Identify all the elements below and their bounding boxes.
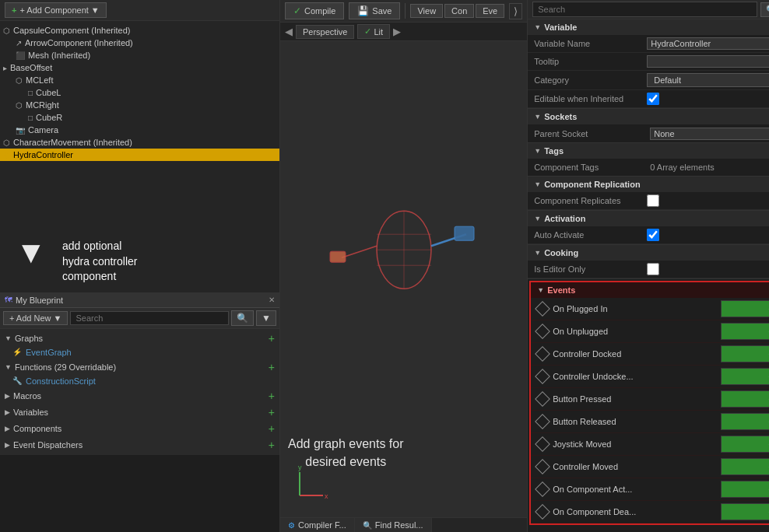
event-add-button-controller_moved[interactable]: +: [721, 458, 769, 475]
tree-item-5[interactable]: ⬡MCLeft: [0, 74, 279, 86]
triangle-icon: ▶: [5, 408, 10, 416]
bottom-tab-0[interactable]: ⚙Compiler F...: [280, 518, 355, 532]
tree-item-6[interactable]: □CubeL: [0, 86, 279, 99]
3d-mesh: [326, 203, 482, 330]
bp-section-header-event_dispatchers[interactable]: ▶Event Dispatchers+: [0, 437, 279, 453]
eve-tab-button[interactable]: Eve: [476, 4, 504, 18]
auto-activate-checkbox[interactable]: [647, 229, 659, 241]
variable-name-label: Variable Name: [534, 39, 647, 48]
bp-section-header-macros[interactable]: ▶Macros+: [0, 388, 279, 404]
bp-item-constructionscript[interactable]: 🔧ConstructionScript: [0, 375, 279, 387]
component-replication-section: ▼ Component Replication Component Replic…: [528, 177, 769, 211]
tree-item-4[interactable]: ▸BaseOffset: [0, 61, 279, 74]
tree-item-8[interactable]: □CubeR: [0, 111, 279, 124]
bp-section-label: Event Dispatchers: [13, 440, 83, 450]
category-row: Category Default: [528, 71, 769, 90]
event-diamond-icon: [535, 301, 550, 317]
sockets-section-header[interactable]: ▼ Sockets: [528, 109, 769, 124]
event-add-button-controller_docked[interactable]: +: [721, 345, 769, 362]
socket-input[interactable]: [650, 128, 769, 140]
event-add-button-joystick_moved[interactable]: +: [721, 436, 769, 453]
add-new-button[interactable]: + Add New ▼: [3, 311, 68, 325]
tree-item-label: CharacterMovement (Inherited): [13, 138, 132, 147]
toolbar-divider: [405, 3, 406, 19]
tree-item-2[interactable]: ↗ArrowComponent (Inherited): [0, 37, 279, 49]
event-name-button_pressed: Button Pressed: [553, 394, 716, 404]
bp-section-header-variables[interactable]: ▶Variables+: [0, 404, 279, 420]
category-select[interactable]: Default: [647, 73, 769, 87]
blueprint-search-input[interactable]: [70, 311, 229, 325]
sockets-section: ▼ Sockets Parent Socket 🔍 ✕: [528, 109, 769, 143]
tree-item-11[interactable]: ⚙HydraController: [0, 149, 279, 161]
event-add-button-button_released[interactable]: +: [721, 413, 769, 430]
tree-item-label: HydraController: [13, 150, 73, 159]
tree-item-icon: ⬛: [16, 51, 25, 60]
bp-section-add-button[interactable]: +: [269, 390, 275, 402]
bp-section-header-components[interactable]: ▶Components+: [0, 421, 279, 436]
tags-section-header[interactable]: ▼ Tags: [528, 143, 769, 159]
tree-item-3[interactable]: ⬛Mesh (Inherited): [0, 49, 279, 61]
bp-section-header-functions[interactable]: ▼Functions (29 Overridable)+: [0, 359, 279, 375]
event-add-button-on_component_deactivated[interactable]: +: [721, 503, 769, 520]
bp-section-add-button[interactable]: +: [269, 406, 275, 418]
blueprint-settings-button[interactable]: ▼: [256, 310, 276, 326]
tooltip-input[interactable]: [647, 55, 769, 68]
add-component-button[interactable]: + + Add Component ▼: [5, 2, 107, 18]
replication-checkbox[interactable]: [647, 194, 659, 207]
axis-indicator: x y: [292, 464, 331, 506]
bp-section-add-button[interactable]: +: [269, 361, 275, 373]
editable-checkbox[interactable]: [647, 93, 659, 105]
collapse-button[interactable]: ⟩: [509, 3, 522, 19]
event-row-on_unplugged: On Unplugged+: [531, 320, 769, 343]
tree-item-10[interactable]: ⬡CharacterMovement (Inherited): [0, 136, 279, 149]
variable-name-input[interactable]: [647, 37, 769, 50]
tree-item-icon: □: [28, 114, 33, 122]
tree-item-label: BaseOffset: [10, 63, 52, 72]
cooking-section-header[interactable]: ▼ Cooking: [528, 245, 769, 261]
blueprint-search-icon-button[interactable]: 🔍: [231, 310, 254, 326]
save-button[interactable]: 💾 Save: [349, 2, 400, 19]
editor-only-checkbox[interactable]: [647, 263, 659, 275]
variable-section-header[interactable]: ▼ Variable: [528, 19, 769, 35]
con-tab-button[interactable]: Con: [444, 4, 474, 18]
triangle-icon: ▶: [5, 392, 10, 400]
search-icon-button[interactable]: 🔍: [760, 2, 769, 17]
tree-item-1[interactable]: ⬡CapsuleComponent (Inherited): [0, 24, 279, 37]
viewport-right-collapse-button[interactable]: ▶: [393, 26, 401, 37]
perspective-button[interactable]: Perspective: [296, 25, 354, 39]
bottom-tab-1[interactable]: 🔍Find Resul...: [355, 518, 432, 532]
lit-button[interactable]: ✓ Lit: [357, 24, 390, 39]
bp-section-add-button[interactable]: +: [269, 332, 275, 345]
bp-section-header-graphs[interactable]: ▼Graphs+: [0, 331, 279, 346]
tree-item-7[interactable]: ⬡MCRight: [0, 99, 279, 111]
tree-item-icon: ▸: [3, 64, 7, 72]
center-toolbar: ✓ Compile 💾 Save View Con Eve ⟩: [280, 0, 527, 23]
activation-section-header[interactable]: ▼ Activation: [528, 211, 769, 226]
bp-section-add-button[interactable]: +: [269, 422, 275, 435]
compile-button[interactable]: ✓ Compile: [285, 2, 344, 19]
event-add-button-on_component_activated[interactable]: +: [721, 481, 769, 498]
tree-item-9[interactable]: 📷Camera: [0, 124, 279, 136]
bp-item-eventgraph[interactable]: ⚡EventGraph: [0, 346, 279, 359]
bp-section-add-button[interactable]: +: [269, 439, 275, 451]
event-name-on_component_activated: On Component Act...: [553, 485, 716, 494]
event-add-button-button_pressed[interactable]: +: [721, 390, 769, 408]
bp-section-functions: ▼Functions (29 Overridable)+🔧Constructio…: [0, 359, 279, 387]
event-add-button-controller_undocked[interactable]: +: [721, 368, 769, 385]
add-new-label: + Add New ▼: [9, 313, 61, 323]
tags-label: Component Tags: [534, 163, 647, 172]
viewport-collapse-button[interactable]: ◀: [285, 26, 293, 37]
view-tabs: View Con Eve: [410, 4, 504, 18]
annotation-text: add optional hydra controller component: [62, 239, 268, 285]
details-search-input[interactable]: [532, 2, 757, 17]
replication-section-header[interactable]: ▼ Component Replication: [528, 177, 769, 192]
svg-rect-4: [330, 251, 346, 262]
view-tab-button[interactable]: View: [410, 4, 443, 18]
events-section-header[interactable]: ▼ Events: [531, 282, 769, 298]
event-add-button-on_plugged_in[interactable]: +: [721, 300, 769, 317]
viewport[interactable]: Add graph events for desired events x y: [280, 41, 527, 517]
event-add-button-on_unplugged[interactable]: +: [721, 323, 769, 340]
tree-item-icon: ⬡: [3, 138, 10, 147]
close-icon[interactable]: ✕: [269, 296, 275, 304]
sockets-section-title: Sockets: [544, 112, 577, 121]
